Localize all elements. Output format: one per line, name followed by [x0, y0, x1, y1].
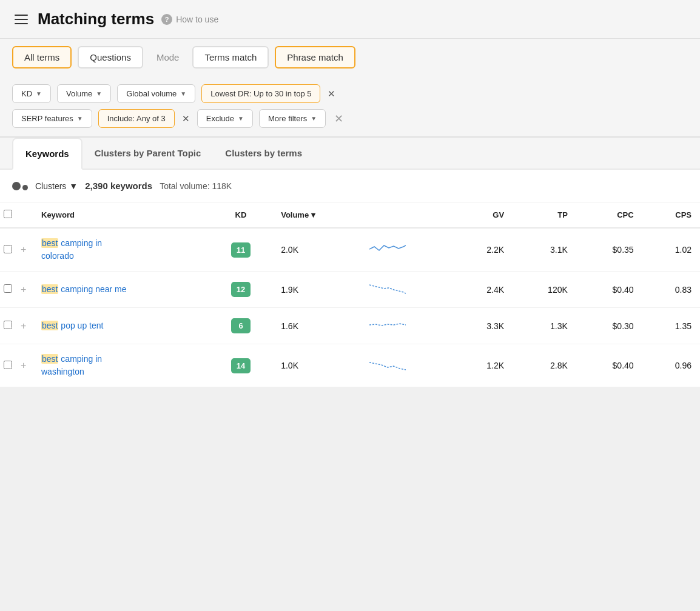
kd-cell: 11 [209, 228, 272, 272]
filter-row-1: KD ▼ Volume ▼ Global volume ▼ Lowest DR:… [12, 84, 688, 103]
select-all-checkbox[interactable] [4, 210, 12, 218]
gv-cell: 3.3K [453, 308, 513, 344]
th-gv: GV [453, 202, 513, 228]
kd-badge: 12 [231, 282, 251, 297]
tab-questions[interactable]: Questions [78, 46, 143, 68]
tp-cell: 120K [513, 272, 576, 308]
kd-filter[interactable]: KD ▼ [12, 84, 51, 103]
help-button[interactable]: ? How to use [161, 14, 218, 25]
page-title: Matching terms [38, 10, 154, 28]
content-tab-row: Keywords Clusters by Parent Topic Cluste… [0, 138, 700, 170]
cps-cell: 0.96 [642, 344, 700, 387]
global-volume-filter[interactable]: Global volume ▼ [117, 84, 195, 103]
chevron-down-icon: ▼ [69, 181, 78, 191]
sparkline-chart [369, 241, 406, 258]
kd-badge: 11 [231, 242, 251, 258]
tp-cell: 2.8K [513, 344, 576, 387]
keyword-cell: best camping inwashington [33, 344, 209, 387]
more-filters[interactable]: More filters ▼ [259, 109, 326, 128]
tab-all-terms[interactable]: All terms [12, 46, 72, 68]
row-checkbox[interactable] [4, 361, 12, 369]
tab-clusters-by-terms[interactable]: Clusters by terms [213, 138, 314, 170]
kd-cell: 12 [209, 272, 272, 308]
kd-cell: 14 [209, 344, 272, 387]
hamburger-icon[interactable] [12, 12, 30, 27]
row-checkbox[interactable] [4, 284, 12, 293]
cpc-cell: $0.40 [576, 272, 642, 308]
keyword-link[interactable]: best camping incolorado [41, 238, 102, 261]
table-row: + best pop up tent 6 1.6K [0, 308, 700, 344]
keyword-cell: best camping incolorado [33, 228, 209, 272]
th-cpc: CPC [576, 202, 642, 228]
chevron-down-icon: ▼ [36, 90, 42, 97]
chevron-down-icon: ▼ [311, 115, 317, 122]
volume-cell: 1.0K [272, 344, 361, 387]
volume-cell: 1.6K [272, 308, 361, 344]
include-close-button[interactable]: ✕ [181, 113, 191, 124]
keyword-link[interactable]: best pop up tent [41, 321, 103, 330]
help-icon: ? [161, 14, 172, 25]
clusters-dropdown-button[interactable]: Clusters ▼ [35, 181, 78, 191]
table-row: + best camping inwashington 14 1.0K [0, 344, 700, 387]
table-row: + best camping incolorado 11 2.0K [0, 228, 700, 272]
volume-cell: 2.0K [272, 228, 361, 272]
clusters-icon [12, 182, 28, 190]
chevron-down-icon: ▼ [238, 115, 244, 122]
keyword-cell: best pop up tent [33, 308, 209, 344]
row-add-button[interactable]: + [18, 272, 33, 308]
th-plus [18, 202, 33, 228]
sparkline-cell [361, 228, 453, 272]
cpc-cell: $0.40 [576, 344, 642, 387]
main-content: Keywords Clusters by Parent Topic Cluste… [0, 138, 700, 387]
clear-all-filters-button[interactable]: ✕ [332, 112, 346, 125]
cps-cell: 1.35 [642, 308, 700, 344]
th-kd: KD [209, 202, 272, 228]
sparkline-cell [361, 344, 453, 387]
cps-cell: 1.02 [642, 228, 700, 272]
filter-row-2: SERP features ▼ Include: Any of 3 ✕ Excl… [12, 109, 688, 128]
gv-cell: 2.4K [453, 272, 513, 308]
serp-features-filter[interactable]: SERP features ▼ [12, 109, 92, 128]
keyword-link[interactable]: best camping near me [41, 284, 127, 294]
volume-filter[interactable]: Volume ▼ [57, 84, 111, 103]
kd-badge: 6 [231, 318, 251, 333]
th-checkbox [0, 202, 18, 228]
total-volume: Total volume: 118K [160, 181, 232, 191]
lowest-dr-close-button[interactable]: ✕ [326, 88, 337, 99]
row-add-button[interactable]: + [18, 344, 33, 387]
cps-cell: 0.83 [642, 272, 700, 308]
kd-cell: 6 [209, 308, 272, 344]
stats-row: Clusters ▼ 2,390 keywords Total volume: … [0, 170, 700, 202]
tab-terms-match[interactable]: Terms match [192, 46, 269, 68]
keyword-link[interactable]: best camping inwashington [41, 354, 102, 376]
sparkline-chart [369, 356, 406, 373]
tab-phrase-match[interactable]: Phrase match [275, 46, 355, 68]
tab-mode-label: Mode [149, 47, 187, 67]
volume-cell: 1.9K [272, 272, 361, 308]
sparkline-chart [369, 280, 406, 297]
th-volume[interactable]: Volume ▾ [272, 202, 361, 228]
header: Matching terms ? How to use [0, 0, 700, 39]
tab-keywords[interactable]: Keywords [12, 138, 82, 170]
exclude-filter[interactable]: Exclude ▼ [197, 109, 253, 128]
kd-badge: 14 [231, 358, 251, 373]
include-filter[interactable]: Include: Any of 3 [98, 109, 175, 128]
keywords-table: Keyword KD Volume ▾ GV TP CPC CPS + [0, 202, 700, 387]
th-sparkline [361, 202, 453, 228]
gv-cell: 1.2K [453, 344, 513, 387]
table-row: + best camping near me 12 1.9K [0, 272, 700, 308]
tp-cell: 1.3K [513, 308, 576, 344]
row-add-button[interactable]: + [18, 308, 33, 344]
sparkline-cell [361, 272, 453, 308]
row-add-button[interactable]: + [18, 228, 33, 272]
row-checkbox[interactable] [4, 245, 12, 253]
table-header-row: Keyword KD Volume ▾ GV TP CPC CPS [0, 202, 700, 228]
lowest-dr-filter[interactable]: Lowest DR: Up to 30 in top 5 [201, 84, 320, 103]
th-cps: CPS [642, 202, 700, 228]
tab-clusters-parent-topic[interactable]: Clusters by Parent Topic [82, 138, 214, 170]
row-checkbox[interactable] [4, 321, 12, 329]
keywords-count: 2,390 keywords [85, 181, 152, 191]
dot-big-icon [12, 182, 21, 190]
row-checkbox-cell [0, 228, 18, 272]
chevron-down-icon: ▼ [180, 90, 186, 97]
